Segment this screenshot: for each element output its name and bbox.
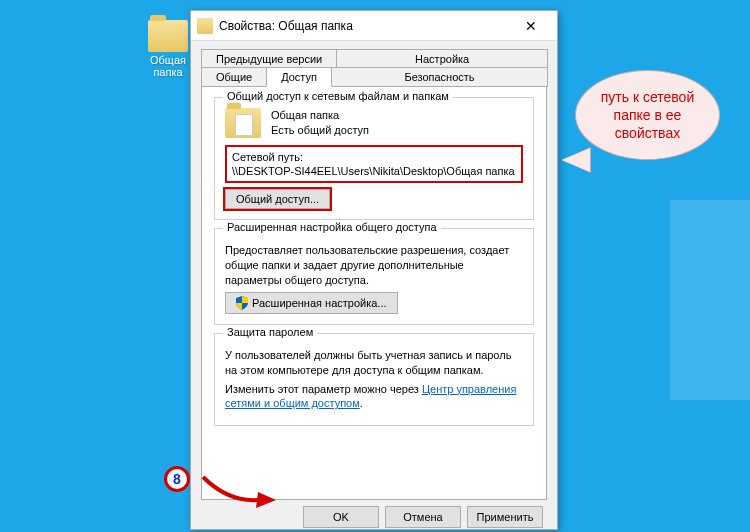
- password-desc: У пользователей должны быть учетная запи…: [225, 348, 523, 378]
- desktop-folder[interactable]: Общаяпапка: [140, 20, 196, 78]
- network-path-value: \\DESKTOP-SI44EEL\Users\Nikita\Desktop\О…: [232, 164, 516, 178]
- group-network-sharing: Общий доступ к сетевым файлам и папкам О…: [214, 97, 534, 220]
- ok-button[interactable]: OK: [303, 506, 379, 528]
- dialog-title: Свойства: Общая папка: [219, 19, 511, 33]
- arrow-annotation: [198, 472, 278, 512]
- callout-tail: [562, 148, 590, 172]
- network-path-box: Сетевой путь: \\DESKTOP-SI44EEL\Users\Ni…: [225, 145, 523, 184]
- apply-button[interactable]: Применить: [467, 506, 543, 528]
- share-button[interactable]: Общий доступ...: [225, 189, 330, 209]
- tab-strip: Предыдущие версии Настройка Общие Доступ…: [191, 41, 557, 87]
- group-title: Защита паролем: [223, 326, 317, 338]
- wallpaper-light: [670, 200, 750, 400]
- tab-settings[interactable]: Настройка: [336, 49, 548, 68]
- annotation-callout: путь к сетевой папке в ее свойствах: [575, 70, 720, 160]
- password-change-text: Изменить этот параметр можно через Центр…: [225, 382, 523, 412]
- tab-general[interactable]: Общие: [201, 67, 267, 87]
- group-title: Расширенная настройка общего доступа: [223, 221, 441, 233]
- close-button[interactable]: ✕: [511, 18, 551, 34]
- tab-sharing[interactable]: Доступ: [266, 67, 332, 87]
- shared-folder-icon: [225, 108, 261, 138]
- step-badge: 8: [164, 466, 190, 492]
- titlebar-icon: [197, 18, 213, 34]
- group-password-protection: Защита паролем У пользователей должны бы…: [214, 333, 534, 426]
- folder-icon: [148, 20, 188, 52]
- titlebar[interactable]: Свойства: Общая папка ✕: [191, 11, 557, 41]
- tab-security[interactable]: Безопасность: [331, 67, 548, 87]
- properties-dialog: Свойства: Общая папка ✕ Предыдущие верси…: [190, 10, 558, 530]
- folder-name: Общая папка: [271, 108, 369, 123]
- group-advanced-sharing: Расширенная настройка общего доступа Пре…: [214, 228, 534, 325]
- tab-content: Общий доступ к сетевым файлам и папкам О…: [201, 86, 547, 500]
- advanced-btn-label: Расширенная настройка...: [252, 297, 387, 309]
- group-title: Общий доступ к сетевым файлам и папкам: [223, 90, 453, 102]
- tab-prev-versions[interactable]: Предыдущие версии: [201, 49, 337, 68]
- network-path-label: Сетевой путь:: [232, 150, 516, 164]
- svg-marker-0: [256, 492, 276, 508]
- advanced-share-button[interactable]: Расширенная настройка...: [225, 292, 398, 314]
- share-status: Есть общий доступ: [271, 123, 369, 138]
- cancel-button[interactable]: Отмена: [385, 506, 461, 528]
- advanced-desc: Предоставляет пользовательские разрешени…: [225, 243, 523, 288]
- shield-icon: [236, 296, 248, 310]
- desktop-folder-label: Общаяпапка: [140, 54, 196, 78]
